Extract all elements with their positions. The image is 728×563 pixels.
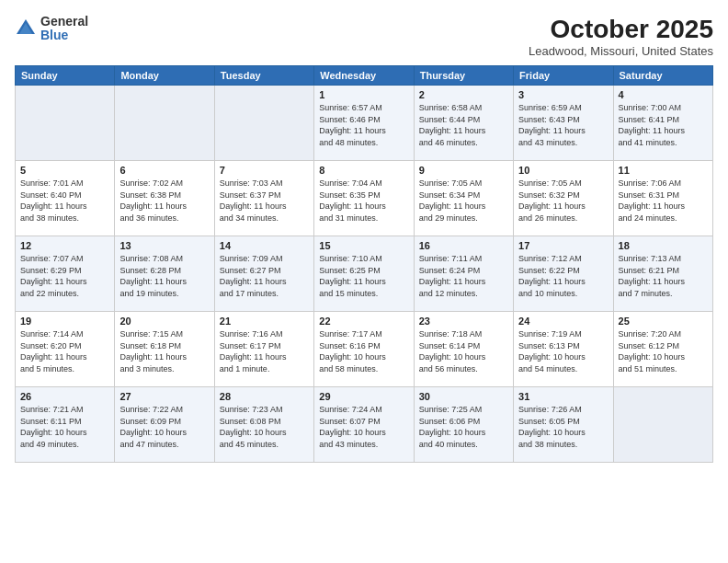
page: General Blue October 2025 Leadwood, Miss… [0,0,728,563]
calendar-cell [16,86,115,161]
calendar-cell: 31Sunrise: 7:26 AM Sunset: 6:05 PM Dayli… [514,387,613,463]
day-info: Sunrise: 6:59 AM Sunset: 6:43 PM Dayligh… [518,102,608,148]
day-number: 28 [220,391,309,402]
calendar-week-row: 26Sunrise: 7:21 AM Sunset: 6:11 PM Dayli… [16,387,713,463]
calendar-cell: 25Sunrise: 7:20 AM Sunset: 6:12 PM Dayli… [613,312,712,387]
calendar-cell: 19Sunrise: 7:14 AM Sunset: 6:20 PM Dayli… [16,312,115,387]
header: General Blue October 2025 Leadwood, Miss… [15,15,713,58]
calendar-cell: 15Sunrise: 7:10 AM Sunset: 6:25 PM Dayli… [314,236,414,312]
day-number: 9 [419,165,508,176]
day-number: 11 [619,165,708,176]
day-info: Sunrise: 7:02 AM Sunset: 6:38 PM Dayligh… [119,178,209,224]
weekday-header-saturday: Saturday [613,66,712,86]
calendar-table: SundayMondayTuesdayWednesdayThursdayFrid… [15,65,713,463]
day-number: 21 [220,316,309,327]
day-info: Sunrise: 7:26 AM Sunset: 6:05 PM Dayligh… [518,404,608,450]
day-info: Sunrise: 6:58 AM Sunset: 6:44 PM Dayligh… [419,102,508,148]
day-number: 18 [619,240,708,251]
day-info: Sunrise: 7:13 AM Sunset: 6:21 PM Dayligh… [619,253,708,299]
calendar-cell: 17Sunrise: 7:12 AM Sunset: 6:22 PM Dayli… [514,236,613,312]
calendar-cell: 30Sunrise: 7:25 AM Sunset: 6:06 PM Dayli… [414,387,513,463]
calendar-cell: 29Sunrise: 7:24 AM Sunset: 6:07 PM Dayli… [314,387,414,463]
weekday-header-thursday: Thursday [414,66,513,86]
day-number: 14 [220,240,309,251]
calendar-week-row: 5Sunrise: 7:01 AM Sunset: 6:40 PM Daylig… [16,161,713,236]
day-info: Sunrise: 7:19 AM Sunset: 6:13 PM Dayligh… [518,328,608,374]
calendar-cell: 16Sunrise: 7:11 AM Sunset: 6:24 PM Dayli… [414,236,513,312]
day-info: Sunrise: 7:14 AM Sunset: 6:20 PM Dayligh… [20,328,109,374]
calendar-cell [115,86,214,161]
day-info: Sunrise: 7:05 AM Sunset: 6:34 PM Dayligh… [419,178,508,224]
day-info: Sunrise: 7:10 AM Sunset: 6:25 PM Dayligh… [319,253,408,299]
day-number: 20 [119,316,209,327]
day-info: Sunrise: 7:23 AM Sunset: 6:08 PM Dayligh… [220,404,309,450]
day-number: 22 [319,316,408,327]
calendar-title: October 2025 [529,15,713,44]
day-info: Sunrise: 7:01 AM Sunset: 6:40 PM Dayligh… [20,178,109,224]
day-info: Sunrise: 7:04 AM Sunset: 6:35 PM Dayligh… [319,178,408,224]
calendar-cell: 12Sunrise: 7:07 AM Sunset: 6:29 PM Dayli… [16,236,115,312]
calendar-cell: 27Sunrise: 7:22 AM Sunset: 6:09 PM Dayli… [115,387,214,463]
day-info: Sunrise: 7:17 AM Sunset: 6:16 PM Dayligh… [319,328,408,374]
day-number: 15 [319,240,408,251]
day-number: 29 [319,391,408,402]
day-number: 24 [518,316,608,327]
day-number: 13 [119,240,209,251]
logo: General Blue [15,15,88,43]
day-number: 26 [20,391,109,402]
calendar-cell: 18Sunrise: 7:13 AM Sunset: 6:21 PM Dayli… [613,236,712,312]
calendar-week-row: 12Sunrise: 7:07 AM Sunset: 6:29 PM Dayli… [16,236,713,312]
day-info: Sunrise: 7:00 AM Sunset: 6:41 PM Dayligh… [619,102,708,148]
calendar-cell: 8Sunrise: 7:04 AM Sunset: 6:35 PM Daylig… [314,161,414,236]
day-info: Sunrise: 7:21 AM Sunset: 6:11 PM Dayligh… [20,404,109,450]
day-info: Sunrise: 7:12 AM Sunset: 6:22 PM Dayligh… [518,253,608,299]
day-info: Sunrise: 7:09 AM Sunset: 6:27 PM Dayligh… [220,253,309,299]
day-info: Sunrise: 7:06 AM Sunset: 6:31 PM Dayligh… [619,178,708,224]
day-number: 23 [419,316,508,327]
calendar-subtitle: Leadwood, Missouri, United States [529,44,713,58]
calendar-cell: 22Sunrise: 7:17 AM Sunset: 6:16 PM Dayli… [314,312,414,387]
logo-icon [15,17,37,40]
calendar-cell [214,86,313,161]
calendar-cell: 3Sunrise: 6:59 AM Sunset: 6:43 PM Daylig… [514,86,613,161]
day-info: Sunrise: 7:03 AM Sunset: 6:37 PM Dayligh… [220,178,309,224]
weekday-header-row: SundayMondayTuesdayWednesdayThursdayFrid… [16,66,713,86]
calendar-cell: 10Sunrise: 7:05 AM Sunset: 6:32 PM Dayli… [514,161,613,236]
calendar-cell: 28Sunrise: 7:23 AM Sunset: 6:08 PM Dayli… [214,387,313,463]
day-info: Sunrise: 7:11 AM Sunset: 6:24 PM Dayligh… [419,253,508,299]
day-number: 5 [20,165,109,176]
day-number: 2 [419,89,508,100]
day-info: Sunrise: 7:15 AM Sunset: 6:18 PM Dayligh… [119,328,209,374]
day-info: Sunrise: 7:24 AM Sunset: 6:07 PM Dayligh… [319,404,408,450]
day-number: 25 [619,316,708,327]
calendar-week-row: 1Sunrise: 6:57 AM Sunset: 6:46 PM Daylig… [16,86,713,161]
calendar-cell: 5Sunrise: 7:01 AM Sunset: 6:40 PM Daylig… [16,161,115,236]
calendar-cell: 14Sunrise: 7:09 AM Sunset: 6:27 PM Dayli… [214,236,313,312]
day-info: Sunrise: 7:18 AM Sunset: 6:14 PM Dayligh… [419,328,508,374]
day-number: 19 [20,316,109,327]
calendar-cell: 11Sunrise: 7:06 AM Sunset: 6:31 PM Dayli… [613,161,712,236]
day-info: Sunrise: 7:22 AM Sunset: 6:09 PM Dayligh… [119,404,209,450]
day-info: Sunrise: 7:25 AM Sunset: 6:06 PM Dayligh… [419,404,508,450]
calendar-cell: 23Sunrise: 7:18 AM Sunset: 6:14 PM Dayli… [414,312,513,387]
title-block: October 2025 Leadwood, Missouri, United … [529,15,713,58]
day-info: Sunrise: 7:20 AM Sunset: 6:12 PM Dayligh… [619,328,708,374]
day-number: 27 [119,391,209,402]
calendar-cell: 1Sunrise: 6:57 AM Sunset: 6:46 PM Daylig… [314,86,414,161]
calendar-cell: 6Sunrise: 7:02 AM Sunset: 6:38 PM Daylig… [115,161,214,236]
day-number: 10 [518,165,608,176]
day-info: Sunrise: 7:16 AM Sunset: 6:17 PM Dayligh… [220,328,309,374]
calendar-cell: 20Sunrise: 7:15 AM Sunset: 6:18 PM Dayli… [115,312,214,387]
calendar-cell: 24Sunrise: 7:19 AM Sunset: 6:13 PM Dayli… [514,312,613,387]
day-number: 8 [319,165,408,176]
day-info: Sunrise: 7:07 AM Sunset: 6:29 PM Dayligh… [20,253,109,299]
day-number: 7 [220,165,309,176]
weekday-header-monday: Monday [115,66,214,86]
calendar-cell: 9Sunrise: 7:05 AM Sunset: 6:34 PM Daylig… [414,161,513,236]
logo-blue-text: Blue [40,29,88,42]
calendar-cell: 26Sunrise: 7:21 AM Sunset: 6:11 PM Dayli… [16,387,115,463]
day-number: 12 [20,240,109,251]
day-number: 6 [119,165,209,176]
day-number: 1 [319,89,408,100]
weekday-header-tuesday: Tuesday [214,66,313,86]
